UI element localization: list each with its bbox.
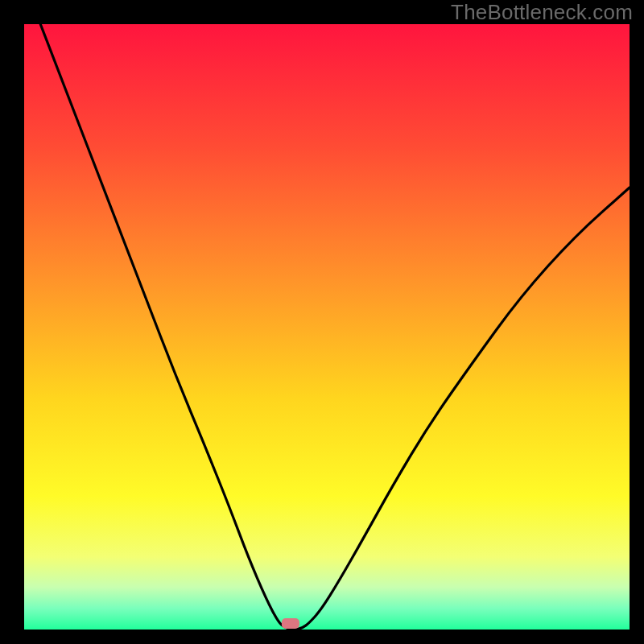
watermark-text: TheBottleneck.com	[451, 0, 633, 25]
optimum-marker	[282, 618, 299, 629]
chart-frame: TheBottleneck.com	[0, 0, 644, 644]
plot-background	[24, 24, 630, 630]
bottleneck-chart	[0, 0, 644, 644]
